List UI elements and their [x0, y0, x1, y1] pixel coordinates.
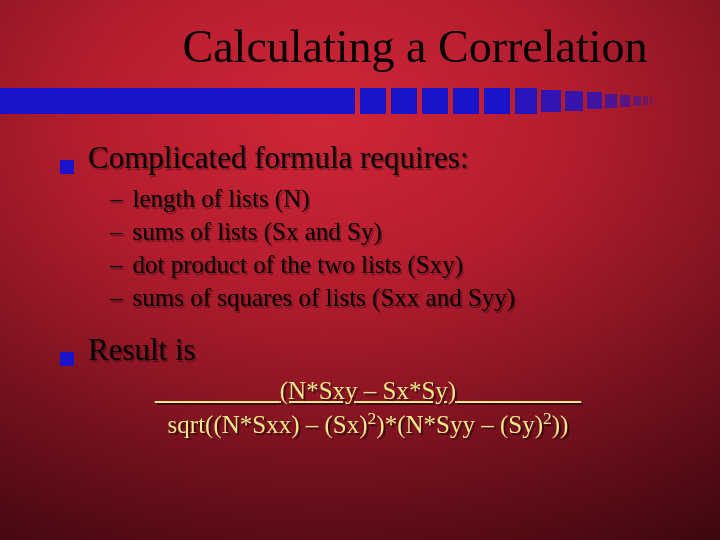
- sub-bullet-text: length of lists (N): [133, 182, 310, 215]
- dash-icon: –: [110, 182, 123, 215]
- bullet-text: Complicated formula requires:: [88, 140, 469, 176]
- formula-denominator: sqrt((N*Sxx) – (Sx)2)*(N*Syy – (Sy)2)): [108, 407, 628, 441]
- bullet-item: Result is: [60, 332, 680, 368]
- sub-bullet-item: – sums of squares of lists (Sxx and Syy): [110, 281, 680, 314]
- sub-bullet-item: – sums of lists (Sx and Sy): [110, 215, 680, 248]
- formula-numerator: (N*Sxy – Sx*Sy): [108, 374, 628, 407]
- sub-bullet-text: sums of squares of lists (Sxx and Syy): [133, 281, 516, 314]
- square-bullet-icon: [60, 352, 74, 366]
- formula: (N*Sxy – Sx*Sy) sqrt((N*Sxx) – (Sx)2)*(N…: [108, 374, 680, 441]
- sub-bullet-item: – dot product of the two lists (Sxy): [110, 248, 680, 281]
- sub-bullet-list: – length of lists (N) – sums of lists (S…: [110, 182, 680, 314]
- slide-title: Calculating a Correlation: [0, 20, 720, 73]
- sub-bullet-item: – length of lists (N): [110, 182, 680, 215]
- sub-bullet-text: sums of lists (Sx and Sy): [133, 215, 382, 248]
- bullet-text: Result is: [88, 332, 196, 368]
- dash-icon: –: [110, 215, 123, 248]
- square-bullet-icon: [60, 160, 74, 174]
- bullet-item: Complicated formula requires:: [60, 140, 680, 176]
- sub-bullet-text: dot product of the two lists (Sxy): [133, 248, 464, 281]
- decorative-stripe: [0, 88, 720, 114]
- dash-icon: –: [110, 281, 123, 314]
- slide-body: Complicated formula requires: – length o…: [60, 140, 680, 441]
- dash-icon: –: [110, 248, 123, 281]
